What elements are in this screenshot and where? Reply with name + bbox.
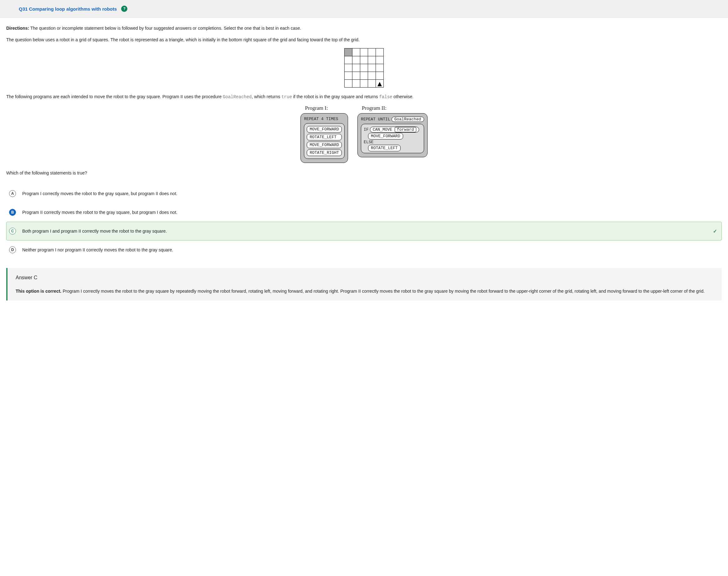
grid-cell <box>345 48 352 56</box>
grid-cell <box>352 48 360 56</box>
para2-pre: The following programs are each intended… <box>6 94 223 99</box>
explanation-body: This option is correct. Program I correc… <box>16 289 715 294</box>
question-header: Q31 Comparing loop algorithms with robot… <box>0 0 728 18</box>
grid-cell <box>345 56 352 64</box>
if-label: IF <box>364 127 369 132</box>
choice-letter[interactable]: D <box>9 247 16 253</box>
program-description: The following programs are each intended… <box>6 93 722 101</box>
canmove-fn: CAN_MOVE <box>373 127 392 132</box>
choice-d[interactable]: DNeither program I nor program II correc… <box>6 240 722 259</box>
grid-cell <box>368 64 376 71</box>
answer-choices: AProgram I correctly moves the robot to … <box>6 184 722 259</box>
grid-cell <box>376 48 384 56</box>
choice-a[interactable]: AProgram I correctly moves the robot to … <box>6 184 722 203</box>
repeat-header-2: REPEAT UNTIL GoalReached <box>361 117 424 122</box>
repeat-until-label: REPEAT UNTIL <box>361 117 390 122</box>
para2-mid2: if the robot is in the gray square and r… <box>292 94 379 99</box>
grid-cell <box>368 71 376 80</box>
choice-text: Both program I and program II correctly … <box>22 229 167 234</box>
directions: Directions: The question or incomplete s… <box>6 25 722 32</box>
grid-cell <box>352 56 360 64</box>
then-branch: MOVE_FORWARD <box>368 134 421 139</box>
choice-letter[interactable]: B <box>9 209 16 216</box>
question-text: Which of the following statements is tru… <box>6 170 722 175</box>
program-1-body: MOVE_FORWARD ROTATE_LEFT MOVE_FORWARD RO… <box>304 123 345 159</box>
grid-cell <box>368 48 376 56</box>
cmd-rotate-right: ROTATE_RIGHT <box>307 149 342 156</box>
grid-cell <box>368 80 376 87</box>
grid-table <box>344 48 384 88</box>
program-2-title: Program II: <box>362 105 386 111</box>
grid-cell <box>360 80 368 87</box>
goalreached-cond: GoalReached <box>392 117 424 122</box>
choice-text: Program I correctly moves the robot to t… <box>22 191 178 196</box>
programs-row: Program I: REPEAT 4 TIMES MOVE_FORWARD R… <box>6 105 722 163</box>
choice-b[interactable]: BProgram II correctly moves the robot to… <box>6 203 722 222</box>
para2-mid: , which returns <box>252 94 281 99</box>
choice-text: Program II correctly moves the robot to … <box>22 210 178 215</box>
grid-cell <box>345 64 352 71</box>
directions-text: The question or incomplete statement bel… <box>30 26 301 31</box>
code-goalreached: GoalReached <box>223 94 252 99</box>
grid-cell <box>368 56 376 64</box>
grid-cell <box>376 80 384 87</box>
grid-cell <box>345 80 352 87</box>
help-icon[interactable]: ? <box>121 6 127 12</box>
else-branch: ROTATE_LEFT <box>368 146 421 150</box>
grid-cell <box>376 71 384 80</box>
program-2-block: REPEAT UNTIL GoalReached IF CAN_MOVE for… <box>357 113 427 157</box>
grid-cell <box>360 48 368 56</box>
program-1: Program I: REPEAT 4 TIMES MOVE_FORWARD R… <box>300 105 348 163</box>
explanation-lead: This option is correct. <box>16 289 61 294</box>
code-true: true <box>281 94 292 99</box>
repeat-header-1: REPEAT 4 TIMES <box>304 117 345 121</box>
grid-cell <box>345 71 352 80</box>
program-1-title: Program I: <box>305 105 328 111</box>
explanation-box: Answer C This option is correct. Program… <box>6 268 722 300</box>
program-2-body: IF CAN_MOVE forward MOVE_FORWARD ELSE RO… <box>361 124 424 153</box>
para2-post: otherwise. <box>392 94 413 99</box>
cmd-rotate-left: ROTATE_LEFT <box>368 145 401 151</box>
cmd-move-forward: MOVE_FORWARD <box>307 142 342 148</box>
question-title[interactable]: Q31 Comparing loop algorithms with robot… <box>19 6 117 11</box>
choice-c[interactable]: CBoth program I and program II correctly… <box>6 222 722 240</box>
choice-text: Neither program I nor program II correct… <box>22 247 173 252</box>
grid-cell <box>352 71 360 80</box>
grid-cell <box>352 80 360 87</box>
if-row: IF CAN_MOVE forward <box>364 127 421 133</box>
explanation-title: Answer C <box>16 275 715 281</box>
grid-cell <box>360 71 368 80</box>
robot-triangle-icon <box>377 82 382 86</box>
robot-grid <box>6 48 722 88</box>
grid-cell <box>352 64 360 71</box>
program-1-block: REPEAT 4 TIMES MOVE_FORWARD ROTATE_LEFT … <box>300 113 348 163</box>
intro-text: The question below uses a robot in a gri… <box>6 36 722 43</box>
grid-cell <box>376 64 384 71</box>
cmd-rotate-left: ROTATE_LEFT <box>307 134 342 140</box>
grid-cell <box>360 56 368 64</box>
canmove-cond: CAN_MOVE forward <box>370 127 419 133</box>
cmd-move-forward: MOVE_FORWARD <box>368 133 403 140</box>
code-false: false <box>379 94 392 99</box>
directions-label: Directions: <box>6 26 29 31</box>
program-2: Program II: REPEAT UNTIL GoalReached IF … <box>357 105 427 157</box>
cmd-move-forward: MOVE_FORWARD <box>307 126 342 133</box>
check-icon: ✓ <box>713 228 717 234</box>
grid-cell <box>376 56 384 64</box>
canmove-arg: forward <box>395 127 416 132</box>
grid-cell <box>360 64 368 71</box>
explanation-text: Program I correctly moves the robot to t… <box>61 289 704 294</box>
question-content: Directions: The question or incomplete s… <box>0 18 728 307</box>
choice-letter[interactable]: C <box>9 228 16 234</box>
else-label: ELSE <box>364 140 421 144</box>
choice-letter[interactable]: A <box>9 190 16 197</box>
